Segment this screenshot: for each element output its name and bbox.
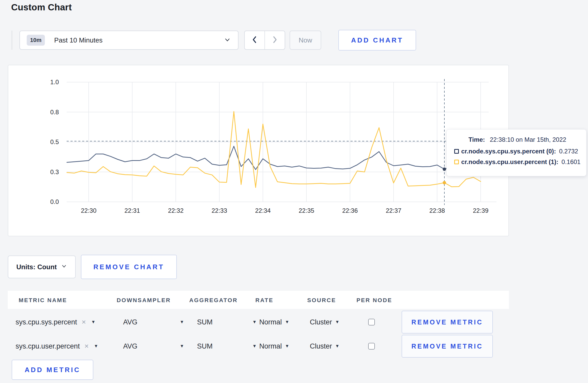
x-axis-tick-label: 22:31 [124,207,140,214]
add-chart-button[interactable]: ADD CHART [338,30,416,51]
downsampler-select[interactable]: AVG ▼ [123,334,184,358]
source-select[interactable]: Cluster ▼ [310,310,339,334]
custom-chart-page: Custom Chart 10m Past 10 Minutes Now ADD… [0,0,588,383]
metric-name-select[interactable]: sys.cpu.sys.percent × ▼ [16,310,95,334]
chart-hover-tooltip: Time: 22:38:10 on Mar 15th, 2022 cr.node… [446,129,586,176]
caret-down-icon: ▼ [91,320,95,325]
sys-series-value: 0.2732 [559,148,578,155]
clear-metric-icon[interactable]: × [85,342,89,350]
tooltip-series-row: cr.node.sys.cpu.user.percent (1): 0.1601 [454,158,586,166]
chevron-down-icon [223,36,231,45]
caret-down-icon: ▼ [285,320,289,325]
downsampler-value: AVG [123,342,137,350]
column-header-source: SOURCE [307,297,336,304]
chart-card: 0.00.30.50.81.022:3022:3122:3222:3322:34… [8,65,509,236]
metric-name-select[interactable]: sys.cpu.user.percent × ▼ [16,334,98,358]
rate-select[interactable]: Normal ▼ [259,334,289,358]
user-series-line [67,111,481,187]
column-header-per-node: PER NODE [356,297,392,304]
user-series-label: cr.node.sys.cpu.user.percent (1): [461,158,558,166]
user-series-value: 0.1601 [562,158,580,166]
caret-down-icon: ▼ [252,320,257,325]
tooltip-time-value: 22:38:10 on Mar 15th, 2022 [490,136,566,143]
source-value: Cluster [310,318,332,326]
aggregator-value: SUM [197,342,213,350]
caret-down-icon: ▼ [180,320,184,325]
downsampler-value: AVG [123,318,137,326]
x-axis-tick-label: 22:30 [81,207,96,214]
time-window-label: Past 10 Minutes [54,36,223,44]
tooltip-time-row: Time: 22:38:10 on Mar 15th, 2022 [454,136,586,143]
remove-metric-button[interactable]: REMOVE METRIC [402,311,493,334]
per-node-checkbox[interactable] [368,343,375,350]
units-dropdown[interactable]: Units: Count [8,256,76,278]
rate-value: Normal [259,318,282,326]
sys-series-line [67,146,481,169]
column-header-rate: RATE [255,297,274,304]
source-value: Cluster [310,342,332,350]
metric-name-value: sys.cpu.sys.percent [16,318,77,326]
remove-chart-button[interactable]: REMOVE CHART [81,255,177,279]
y-axis-tick-label: 0.8 [50,109,59,116]
aggregator-value: SUM [197,318,213,326]
caret-down-icon: ▼ [94,344,98,349]
table-row: sys.cpu.sys.percent × ▼ AVG ▼ SUM ▼ Norm… [0,310,588,334]
tooltip-time-label: Time: [468,136,485,143]
units-label: Units: Count [16,263,57,271]
add-metric-button[interactable]: ADD METRIC [12,360,93,380]
source-select[interactable]: Cluster ▼ [310,334,339,358]
clear-metric-icon[interactable]: × [82,318,86,326]
caret-down-icon: ▼ [180,344,184,349]
sys-series-label: cr.node.sys.cpu.sys.percent (0): [461,148,556,155]
hover-point-dot [443,167,446,171]
x-axis-tick-label: 22:34 [255,207,271,214]
toolbar-divider [12,31,12,50]
y-axis-tick-label: 0.3 [50,168,59,175]
time-nav-group [244,31,285,50]
chevron-left-icon [251,35,258,45]
x-axis-tick-label: 22:37 [386,207,401,214]
y-axis-tick-label: 0.0 [50,198,59,205]
sys-series-swatch-icon [454,149,459,154]
per-node-cell [368,310,375,334]
x-axis-tick-label: 22:39 [473,207,488,214]
remove-metric-button[interactable]: REMOVE METRIC [402,335,493,358]
rate-select[interactable]: Normal ▼ [259,310,289,334]
prev-time-button[interactable] [245,31,264,49]
per-node-cell [368,334,375,358]
x-axis-tick-label: 22:33 [212,207,227,214]
time-series-chart[interactable]: 0.00.30.50.81.022:3022:3122:3222:3322:34… [8,65,508,236]
time-window-badge: 10m [27,35,45,46]
time-window-dropdown[interactable]: 10m Past 10 Minutes [19,31,239,50]
chevron-down-icon [61,263,67,271]
hover-point-dot [443,181,446,185]
caret-down-icon: ▼ [335,344,340,349]
x-axis-tick-label: 22:35 [299,207,314,214]
caret-down-icon: ▼ [285,344,289,349]
x-axis-tick-label: 22:38 [429,207,445,214]
y-axis-tick-label: 0.5 [50,138,59,145]
column-header-aggregator: AGGREGATOR [189,297,238,304]
caret-down-icon: ▼ [335,320,340,325]
chevron-right-icon [271,35,279,45]
tooltip-series-row: cr.node.sys.cpu.sys.percent (0): 0.2732 [454,148,586,155]
x-axis-tick-label: 22:36 [342,207,358,214]
aggregator-select[interactable]: SUM ▼ [197,334,257,358]
column-header-downsampler: DOWNSAMPLER [117,297,171,304]
rate-value: Normal [259,342,282,350]
per-node-checkbox[interactable] [368,319,375,325]
next-time-button[interactable] [264,31,285,49]
now-button[interactable]: Now [290,31,321,50]
table-row: sys.cpu.user.percent × ▼ AVG ▼ SUM ▼ Nor… [0,334,588,358]
user-series-swatch-icon [454,160,459,164]
y-axis-tick-label: 1.0 [50,79,59,86]
x-axis-tick-label: 22:32 [168,207,184,214]
page-title: Custom Chart [11,2,72,12]
downsampler-select[interactable]: AVG ▼ [123,310,184,334]
caret-down-icon: ▼ [252,344,257,349]
column-header-metric-name: METRIC NAME [19,297,67,304]
metric-name-value: sys.cpu.user.percent [16,342,80,350]
aggregator-select[interactable]: SUM ▼ [197,310,257,334]
